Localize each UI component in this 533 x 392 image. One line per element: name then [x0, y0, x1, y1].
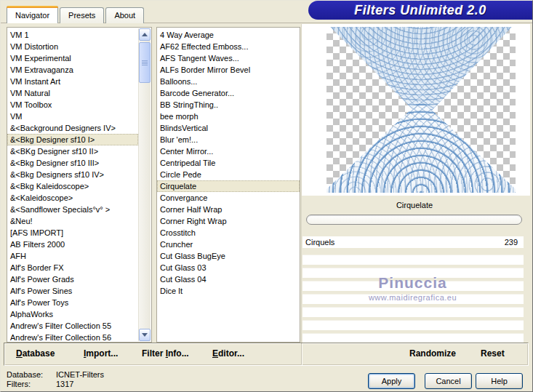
filters-count-label: Filters: — [7, 380, 56, 389]
filters-count-value: 1317 — [56, 380, 73, 389]
cancel-button[interactable]: Cancel — [425, 373, 472, 389]
category-item[interactable]: Alf's Power Sines — [7, 285, 138, 297]
filter-item[interactable]: BlindsVertical — [157, 122, 300, 134]
tab-label: Navigator — [15, 11, 49, 20]
title-banner: Filters Unlimited 2.0 — [308, 1, 532, 20]
category-item[interactable]: &<Bkg Kaleidoscope> — [7, 180, 138, 192]
filter-item[interactable]: BB StringThing.. — [157, 99, 300, 111]
database-value: ICNET-Filters — [56, 370, 104, 380]
category-item[interactable]: Alf's Power Grads — [7, 273, 138, 285]
action-bar: Database Import... Filter Info... Editor… — [4, 343, 529, 366]
preview-panel: Cirquelate Cirquels 239 Pinucc — [301, 24, 530, 343]
category-item[interactable]: VM Extravaganza — [7, 64, 138, 76]
database-button[interactable]: Database — [16, 348, 55, 359]
category-item[interactable]: AlphaWorks — [7, 308, 138, 320]
category-item[interactable]: VM Natural — [7, 87, 138, 99]
empty-param-row — [302, 333, 524, 343]
category-item[interactable]: Alf's Power Toys — [7, 297, 138, 308]
filter-item[interactable]: Crosstitch — [157, 227, 300, 239]
category-item[interactable]: Andrew's Filter Collection 55 — [7, 320, 138, 332]
reset-button[interactable]: Reset — [481, 348, 505, 359]
help-button[interactable]: Help — [476, 373, 523, 389]
filter-item[interactable]: ALFs Border Mirror Bevel — [157, 64, 300, 76]
filter-item[interactable]: Centripedal Tile — [157, 157, 300, 169]
category-item[interactable]: VM Toolbox — [7, 99, 138, 111]
empty-param-rows — [302, 255, 524, 346]
tab[interactable]: Presets — [60, 7, 104, 23]
filter-item[interactable]: Cut Glass 04 — [157, 273, 300, 285]
editor-button[interactable]: Editor... — [212, 348, 244, 359]
filter-item[interactable]: Balloons... — [157, 76, 300, 87]
filter-item[interactable]: Barcode Generator... — [157, 87, 300, 99]
tab[interactable]: Navigator — [7, 6, 58, 23]
filter-item[interactable]: 4 Way Average — [157, 29, 300, 41]
category-item[interactable]: VM Instant Art — [7, 76, 138, 87]
filter-item[interactable]: Cut Glass 03 — [157, 262, 300, 273]
apply-button[interactable]: Apply — [368, 373, 415, 389]
filter-info-button[interactable]: Filter Info... — [142, 348, 189, 359]
category-item[interactable]: &<Bkg Designers sf10 IV> — [7, 169, 138, 180]
category-item[interactable]: AB Filters 2000 — [7, 239, 138, 250]
param-name: Cirquels — [305, 238, 334, 247]
action-bar-divider — [301, 343, 302, 365]
filters-unlimited-dialog: Navigator Presets About Filters Unlimite… — [0, 0, 533, 392]
category-item[interactable]: VM 1 — [7, 29, 138, 41]
header: Navigator Presets About Filters Unlimite… — [1, 1, 532, 23]
filter-item[interactable]: bee morph — [157, 111, 300, 122]
filter-listbox[interactable]: 4 Way Average AF62 Effected Emboss... AF… — [156, 27, 300, 343]
tab[interactable]: About — [105, 7, 144, 23]
filter-item[interactable]: Dice It — [157, 285, 300, 297]
filter-item[interactable]: Convergance — [157, 192, 300, 204]
filter-item[interactable]: Corner Right Wrap — [157, 215, 300, 227]
category-item[interactable]: &<Bkg Designer sf10 III> — [7, 157, 138, 169]
category-item[interactable]: AFH — [7, 250, 138, 262]
filter-item[interactable]: Blur 'em!... — [157, 134, 300, 145]
filter-item[interactable]: AFS Tangent Waves... — [157, 52, 300, 64]
empty-param-row — [302, 255, 524, 265]
category-listbox[interactable]: VM 1 VM Distortion VM Experimental VM Ex… — [7, 27, 152, 343]
scroll-down-icon[interactable] — [139, 329, 151, 341]
empty-param-row — [302, 281, 524, 291]
import-button[interactable]: Import... — [84, 348, 118, 359]
category-scrollbar[interactable] — [138, 28, 151, 341]
category-item[interactable]: VM — [7, 111, 138, 122]
category-item[interactable]: VM Distortion — [7, 41, 138, 52]
status-info: Database: ICNET-Filters Filters: 1317 — [7, 370, 104, 389]
tab-label: About — [114, 11, 135, 20]
param-value: 239 — [505, 238, 518, 247]
empty-param-row — [302, 294, 524, 304]
empty-param-row — [302, 268, 524, 278]
scroll-up-icon[interactable] — [139, 28, 151, 41]
preview-frame — [302, 24, 530, 196]
category-item[interactable]: &Neu! — [7, 215, 138, 227]
category-item[interactable]: &<Sandflower Specials°v° > — [7, 204, 138, 215]
filter-item[interactable]: Cruncher — [157, 239, 300, 250]
randomize-button[interactable]: Randomize — [409, 348, 456, 359]
category-item[interactable]: &<Kaleidoscope> — [7, 192, 138, 204]
filter-name-label: Cirquelate — [305, 197, 524, 213]
empty-param-row — [302, 320, 524, 330]
database-label: Database: — [7, 370, 56, 380]
category-item[interactable]: &<Bkg Designer sf10 I> — [7, 134, 138, 145]
filter-item[interactable]: Corner Half Wrap — [157, 204, 300, 215]
app-title: Filters Unlimited 2.0 — [354, 3, 486, 18]
filter-item[interactable]: Center Mirror... — [157, 145, 300, 157]
category-item[interactable]: &<Background Designers IV> — [7, 122, 138, 134]
category-item[interactable]: [AFS IMPORT] — [7, 227, 138, 239]
preview-image — [326, 27, 516, 193]
filter-item[interactable]: AF62 Effected Emboss... — [157, 41, 300, 52]
filter-item[interactable]: Circle Pede — [157, 169, 300, 180]
scrollbar-thumb[interactable] — [139, 42, 151, 83]
progress-bar — [306, 215, 522, 225]
category-item[interactable]: Andrew's Filter Collection 56 — [7, 332, 138, 343]
category-item[interactable]: Alf's Border FX — [7, 262, 138, 273]
tab-label: Presets — [68, 11, 95, 20]
filter-item[interactable]: Cut Glass BugEye — [157, 250, 300, 262]
category-item[interactable]: &<BKg Designer sf10 II> — [7, 145, 138, 157]
tab-bar: Navigator Presets About — [7, 6, 145, 23]
filter-item[interactable]: Cirquelate — [157, 180, 300, 192]
empty-param-row — [302, 307, 524, 317]
param-row-cirquels[interactable]: Cirquels 239 — [302, 236, 524, 248]
category-item[interactable]: VM Experimental — [7, 52, 138, 64]
